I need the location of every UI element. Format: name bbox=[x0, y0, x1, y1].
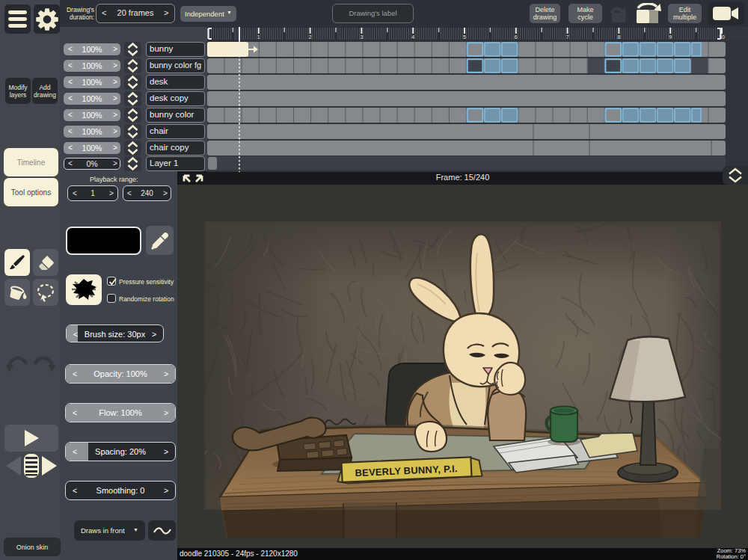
svg-text:2: 2 bbox=[309, 34, 312, 40]
svg-text:8: 8 bbox=[617, 34, 620, 40]
svg-text:5: 5 bbox=[463, 34, 466, 40]
svg-text:4: 4 bbox=[411, 34, 414, 40]
svg-text:9: 9 bbox=[669, 34, 672, 40]
svg-text:7: 7 bbox=[566, 34, 569, 40]
svg-text:3: 3 bbox=[360, 34, 363, 40]
svg-text:6: 6 bbox=[515, 34, 518, 40]
svg-text:1: 1 bbox=[257, 34, 260, 40]
